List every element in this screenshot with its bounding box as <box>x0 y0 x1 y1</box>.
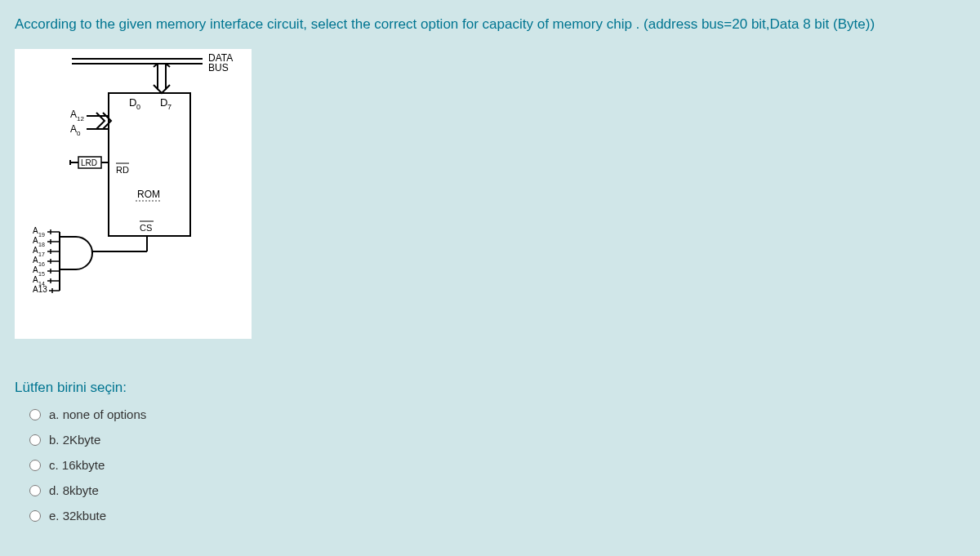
question-text: According to the given memory interface … <box>15 16 965 33</box>
rom-label: ROM <box>137 189 160 200</box>
radio-e[interactable] <box>29 510 41 522</box>
radio-b[interactable] <box>29 434 41 446</box>
a0-sub: 0 <box>77 130 81 137</box>
svg-text:A: A <box>33 275 38 284</box>
option-d[interactable]: d. 8kbyte <box>29 483 965 497</box>
option-e[interactable]: e. 32kbute <box>29 509 965 523</box>
cs-label: CS <box>140 223 152 233</box>
options-list: a. none of options b. 2Kbyte c. 16kbyte … <box>15 407 965 523</box>
svg-text:15: 15 <box>38 271 45 277</box>
svg-text:A: A <box>33 265 38 274</box>
svg-text:A: A <box>33 236 38 245</box>
option-c[interactable]: c. 16kbyte <box>29 458 965 472</box>
d7-sub: 7 <box>167 103 172 111</box>
svg-text:A: A <box>33 246 38 255</box>
option-e-label: e. 32kbute <box>49 509 106 523</box>
svg-text:A: A <box>33 226 38 235</box>
svg-text:17: 17 <box>38 251 45 257</box>
radio-a[interactable] <box>29 409 41 420</box>
svg-text:16: 16 <box>38 261 45 267</box>
svg-text:A: A <box>33 256 38 265</box>
a0-label: A <box>70 123 77 135</box>
d7-label: D <box>160 96 167 109</box>
svg-text:19: 19 <box>38 232 45 238</box>
svg-text:18: 18 <box>38 242 45 247</box>
option-d-label: d. 8kbyte <box>49 483 99 497</box>
circuit-diagram: DATA BUS D 0 D 7 A 12 A 0 LRD <box>15 49 252 339</box>
d0-sub: 0 <box>136 103 140 111</box>
radio-c[interactable] <box>29 460 41 471</box>
data-bus-label2: BUS <box>208 62 229 73</box>
circuit-svg: DATA BUS D 0 D 7 A 12 A 0 LRD <box>15 49 252 339</box>
a12-sub: 12 <box>77 115 84 122</box>
radio-d[interactable] <box>29 485 41 496</box>
option-b[interactable]: b. 2Kbyte <box>29 433 965 447</box>
option-b-label: b. 2Kbyte <box>49 433 100 447</box>
rd-label: RD <box>116 165 129 175</box>
svg-text:A13: A13 <box>33 285 47 294</box>
d0-label: D <box>129 96 136 109</box>
option-a-label: a. none of options <box>49 407 146 421</box>
option-a[interactable]: a. none of options <box>29 407 965 421</box>
option-c-label: c. 16kbyte <box>49 458 105 472</box>
lrd-label: LRD <box>81 158 97 167</box>
select-prompt: Lütfen birini seçin: <box>15 380 965 396</box>
a12-label: A <box>70 109 77 120</box>
